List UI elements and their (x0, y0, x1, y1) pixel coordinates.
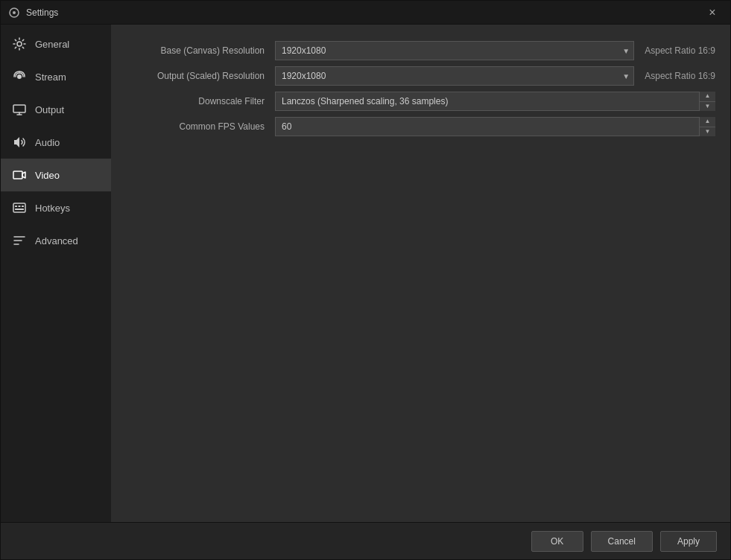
sidebar-item-output[interactable]: Output (1, 93, 111, 126)
fps-input[interactable] (275, 117, 715, 136)
fps-spinner-wrapper: ▲ ▼ (275, 117, 715, 136)
svg-rect-8 (19, 206, 21, 207)
advanced-label: Advanced (35, 235, 78, 246)
sidebar: General Stream (1, 25, 111, 522)
downscale-filter-control: ▲ ▼ (275, 89, 715, 114)
sidebar-item-stream[interactable]: Stream (1, 60, 111, 93)
apply-button[interactable]: Apply (660, 531, 717, 552)
downscale-up-btn[interactable]: ▲ (700, 92, 715, 102)
sidebar-item-audio[interactable]: Audio (1, 126, 111, 159)
audio-label: Audio (35, 137, 60, 148)
base-resolution-control: 1920x1080 ▼ Aspect Ratio 16:9 (275, 38, 715, 63)
sidebar-item-advanced[interactable]: Advanced (1, 224, 111, 257)
svg-rect-5 (13, 171, 22, 179)
fps-down-btn[interactable]: ▼ (700, 127, 715, 137)
settings-window: Settings × General (0, 0, 731, 560)
svg-rect-7 (15, 206, 17, 207)
close-button[interactable]: × (702, 2, 723, 23)
hotkeys-icon (11, 200, 28, 216)
window-title: Settings (26, 7, 702, 18)
svg-rect-10 (15, 209, 24, 210)
output-icon (11, 101, 28, 118)
footer: OK Cancel Apply (1, 522, 730, 559)
ok-button[interactable]: OK (531, 531, 583, 552)
app-icon (8, 7, 20, 19)
sidebar-item-hotkeys[interactable]: Hotkeys (1, 191, 111, 224)
video-icon (11, 167, 28, 183)
svg-point-1 (13, 11, 16, 14)
stream-icon (11, 69, 28, 85)
downscale-filter-wrapper: ▲ ▼ (275, 92, 715, 111)
general-label: General (35, 39, 69, 50)
downscale-spinner-btns: ▲ ▼ (699, 92, 715, 111)
output-resolution-control: 1920x1080 ▼ Aspect Ratio 16:9 (275, 63, 715, 89)
base-resolution-select[interactable]: 1920x1080 (275, 41, 634, 60)
video-settings-grid: Base (Canvas) Resolution 1920x1080 ▼ Asp… (126, 38, 715, 139)
video-label: Video (35, 170, 60, 181)
svg-point-2 (17, 42, 22, 46)
svg-rect-9 (22, 206, 24, 207)
output-label: Output (35, 104, 64, 115)
base-aspect-label: Aspect Ratio 16:9 (645, 45, 715, 56)
downscale-filter-label: Downscale Filter (126, 89, 275, 113)
main-content: General Stream (1, 25, 730, 522)
fps-spinner-btns: ▲ ▼ (699, 117, 715, 136)
fps-control: ▲ ▼ (275, 114, 715, 139)
downscale-down-btn[interactable]: ▼ (700, 102, 715, 112)
gear-icon (11, 36, 28, 52)
output-aspect-label: Aspect Ratio 16:9 (645, 71, 715, 81)
advanced-icon (11, 232, 28, 249)
stream-label: Stream (35, 71, 66, 83)
output-resolution-select[interactable]: 1920x1080 (275, 66, 634, 86)
content-area: Base (Canvas) Resolution 1920x1080 ▼ Asp… (111, 25, 730, 522)
base-resolution-dropdown-wrapper: 1920x1080 ▼ (275, 41, 634, 60)
sidebar-item-general[interactable]: General (1, 28, 111, 60)
sidebar-item-video[interactable]: Video (1, 159, 111, 191)
svg-point-3 (17, 74, 22, 79)
svg-rect-4 (13, 105, 25, 112)
cancel-button[interactable]: Cancel (591, 531, 653, 552)
fps-up-btn[interactable]: ▲ (700, 117, 715, 127)
titlebar: Settings × (1, 1, 730, 25)
base-resolution-label: Base (Canvas) Resolution (126, 39, 275, 63)
audio-icon (11, 134, 28, 150)
output-resolution-dropdown-wrapper: 1920x1080 ▼ (275, 66, 634, 86)
hotkeys-label: Hotkeys (35, 203, 70, 214)
output-resolution-label: Output (Scaled) Resolution (126, 64, 275, 88)
svg-rect-6 (13, 203, 25, 212)
downscale-filter-input[interactable] (275, 92, 715, 111)
fps-label: Common FPS Values (126, 115, 275, 139)
